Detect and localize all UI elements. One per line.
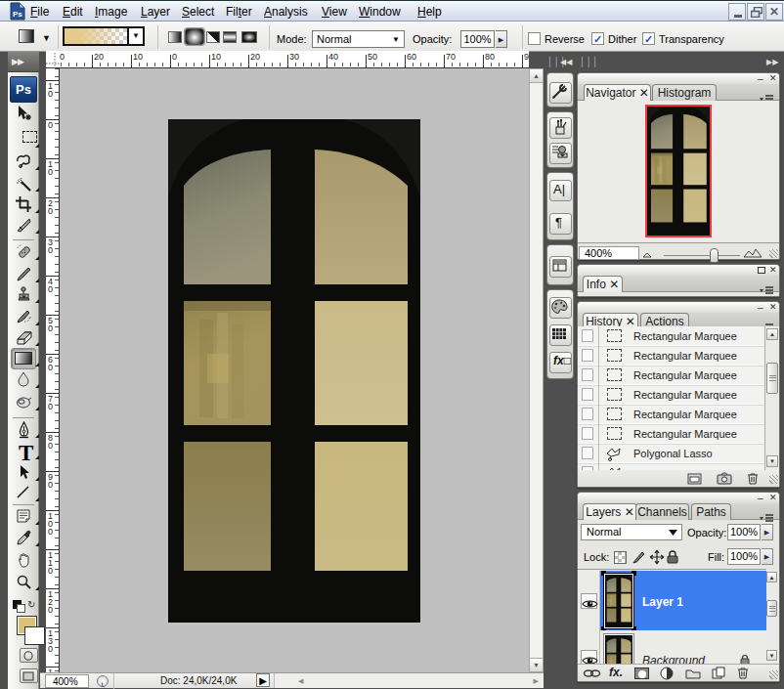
svg-text:Ps: Ps [13, 10, 22, 19]
